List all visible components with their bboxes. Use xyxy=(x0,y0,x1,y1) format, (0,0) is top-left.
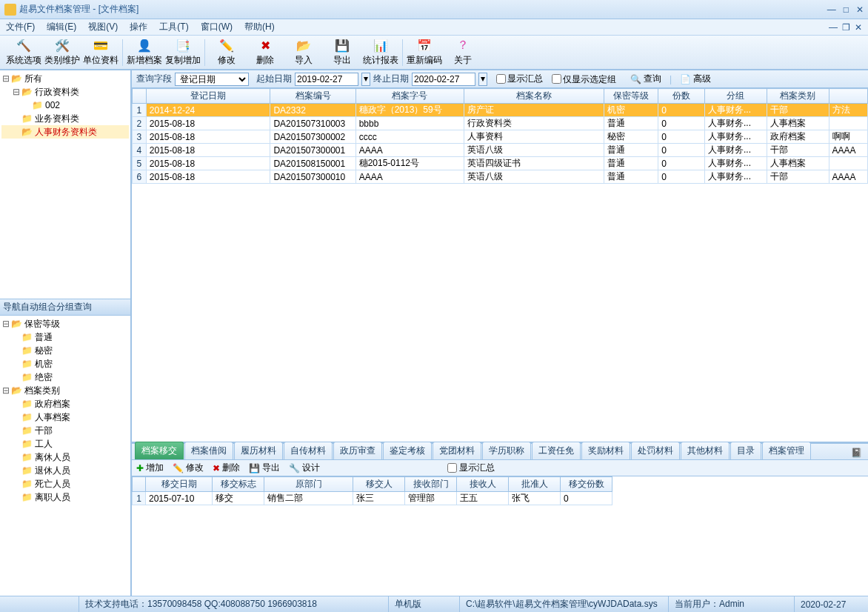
notebook-icon[interactable]: 📓 xyxy=(848,446,865,459)
detail-tab[interactable]: 鉴定考核 xyxy=(383,442,432,459)
mdi-restore[interactable]: ❐ xyxy=(842,22,850,33)
menu-window[interactable]: 窗口(W) xyxy=(201,21,233,33)
filter-tree[interactable]: ⊟📂保密等级 📁普通📁秘密📁机密📁绝密 ⊟📂档案类别 📁政府档案📁人事档案📁干部… xyxy=(0,316,130,596)
tree-item[interactable]: 秘密 xyxy=(35,345,53,357)
tb-import[interactable]: 📂导入 xyxy=(284,37,323,68)
tree-toggle[interactable]: ⊟ xyxy=(12,87,21,97)
main-grid[interactable]: 登记日期档案编号档案字号档案名称保密等级份数分组档案类别 12014-12-24… xyxy=(132,88,868,184)
tree-item[interactable]: 死亡人员 xyxy=(35,478,70,490)
detail-tab[interactable]: 政历审查 xyxy=(333,442,382,459)
table-row[interactable]: 62015-08-18DA201507300010AAAA英语八级普通0人事财务… xyxy=(133,170,868,184)
tree-toggle[interactable]: ⊟ xyxy=(1,319,10,329)
st-export[interactable]: 💾导出 xyxy=(249,462,280,474)
detail-tab[interactable]: 学历职称 xyxy=(482,442,531,459)
col-header[interactable]: 原部门 xyxy=(264,477,353,492)
tb-export[interactable]: 💾导出 xyxy=(323,37,361,68)
detail-tab[interactable]: 自传材料 xyxy=(284,442,333,459)
tree-item[interactable]: 业务资料类 xyxy=(35,113,79,125)
col-header[interactable]: 档案字号 xyxy=(355,89,464,104)
tree-item[interactable]: 002 xyxy=(45,100,60,110)
tb-sysopt[interactable]: 🔨系统选项 xyxy=(4,37,43,68)
menu-file[interactable]: 文件(F) xyxy=(6,21,35,33)
detail-tab[interactable]: 档案借阅 xyxy=(184,442,233,459)
menu-tools[interactable]: 工具(T) xyxy=(159,21,188,33)
col-header[interactable]: 批准人 xyxy=(509,477,561,492)
tree-item[interactable]: 人事档案 xyxy=(35,411,70,424)
tree-item[interactable]: 退休人员 xyxy=(35,465,70,477)
table-row[interactable]: 42015-08-18DA201507300001AAAA英语八级普通0人事财务… xyxy=(133,144,868,157)
detail-tab[interactable]: 履历材料 xyxy=(234,442,283,459)
tb-copyadd[interactable]: 📑复制增加 xyxy=(164,37,202,68)
tree-item[interactable]: 行政资料类 xyxy=(35,86,79,99)
minimize-button[interactable]: — xyxy=(827,4,836,15)
st-modify[interactable]: ✏️修改 xyxy=(173,462,204,474)
detail-tab[interactable]: 档案管理 xyxy=(762,442,811,459)
table-row[interactable]: 32015-08-18DA201507300002cccc人事资料秘密0人事财务… xyxy=(133,130,868,144)
col-header[interactable]: 档案名称 xyxy=(464,89,604,104)
tree-group[interactable]: 保密等级 xyxy=(24,318,60,330)
query-button[interactable]: 🔍查询 xyxy=(625,71,667,87)
col-header[interactable]: 保密等级 xyxy=(604,89,658,104)
detail-tab[interactable]: 奖励材料 xyxy=(581,442,630,459)
st-delete[interactable]: ✖删除 xyxy=(213,462,240,474)
detail-tab[interactable]: 工资任免 xyxy=(532,442,581,459)
table-row[interactable]: 12015-07-10移交销售二部张三管理部王五张飞0 xyxy=(133,492,612,505)
mdi-close[interactable]: ✕ xyxy=(855,22,862,33)
mdi-minimize[interactable]: — xyxy=(829,22,838,33)
advanced-button[interactable]: 📄高级 xyxy=(675,71,716,87)
detail-tab[interactable]: 档案移交 xyxy=(135,442,184,459)
tree-item-selected[interactable]: 人事财务资料类 xyxy=(35,126,97,139)
tb-delete[interactable]: ✖删除 xyxy=(246,37,284,68)
tree-item[interactable]: 政府档案 xyxy=(35,398,70,410)
col-header[interactable]: 接收人 xyxy=(457,477,509,492)
tb-modify[interactable]: ✏️修改 xyxy=(207,37,246,68)
menu-operate[interactable]: 操作 xyxy=(130,21,147,33)
col-header[interactable]: 移交人 xyxy=(353,477,405,492)
main-grid-wrap[interactable]: 登记日期档案编号档案字号档案名称保密等级份数分组档案类别 12014-12-24… xyxy=(132,88,868,442)
tb-catmaint[interactable]: 🛠️类别维护 xyxy=(43,37,81,68)
tree-root[interactable]: 所有 xyxy=(24,73,42,85)
tree-item[interactable]: 离职人员 xyxy=(35,491,70,504)
detail-grid-wrap[interactable]: 移交日期移交标志原部门移交人接收部门接收人批准人移交份数 12015-07-10… xyxy=(132,476,868,596)
start-date-input[interactable] xyxy=(295,73,358,86)
tb-newrec[interactable]: 👤新增档案 xyxy=(125,37,164,68)
tb-report[interactable]: 📊统计报表 xyxy=(361,37,400,68)
menu-edit[interactable]: 编辑(E) xyxy=(47,21,76,33)
col-header[interactable]: 登记日期 xyxy=(146,89,270,104)
dropdown-icon[interactable]: ▾ xyxy=(361,73,370,86)
maximize-button[interactable]: □ xyxy=(844,4,849,15)
col-header[interactable]: 接收部门 xyxy=(405,477,457,492)
col-header[interactable]: 份数 xyxy=(658,89,705,104)
detail-summary-check[interactable]: 显示汇总 xyxy=(447,462,495,474)
st-design[interactable]: 🔧设计 xyxy=(289,462,320,474)
detail-tab[interactable]: 其他材料 xyxy=(681,442,730,459)
st-add[interactable]: ✚增加 xyxy=(136,462,164,474)
col-header[interactable]: 档案类别 xyxy=(767,89,829,104)
menu-help[interactable]: 帮助(H) xyxy=(244,21,275,33)
tree-toggle[interactable]: ⊟ xyxy=(1,385,10,396)
category-tree[interactable]: ⊟📂所有 ⊟📂行政资料类 📁002 📁业务资料类 📂人事财务资料类 xyxy=(0,70,130,299)
dropdown-icon[interactable]: ▾ xyxy=(478,73,487,86)
tree-item[interactable]: 普通 xyxy=(35,331,53,344)
tree-item[interactable]: 干部 xyxy=(35,425,53,437)
detail-tab[interactable]: 目录 xyxy=(730,442,761,459)
table-row[interactable]: 52015-08-18DA201508150001穗2015-0112号英语四级… xyxy=(133,157,868,170)
col-header[interactable]: 分组 xyxy=(704,89,767,104)
tb-unit[interactable]: 💳单位资料 xyxy=(81,37,120,68)
tb-about[interactable]: ？关于 xyxy=(444,37,482,68)
tree-group[interactable]: 档案类别 xyxy=(24,385,60,397)
tree-item[interactable]: 机密 xyxy=(35,358,53,370)
tb-recode[interactable]: 📅重新编码 xyxy=(405,37,444,68)
show-summary-check[interactable]: 显示汇总 xyxy=(496,73,543,85)
col-header[interactable]: 移交标志 xyxy=(213,477,264,492)
only-selgrp-check[interactable]: 仅显示选定组 xyxy=(552,74,616,84)
col-header[interactable]: 移交份数 xyxy=(561,477,612,492)
close-button[interactable]: ✕ xyxy=(856,4,864,15)
menu-view[interactable]: 视图(V) xyxy=(88,21,118,33)
tree-item[interactable]: 离休人员 xyxy=(35,451,70,464)
table-row[interactable]: 12014-12-24DA2332穗政字（2013）59号房产证机密0人事财务.… xyxy=(133,104,868,117)
end-date-input[interactable] xyxy=(412,73,475,86)
field-select[interactable]: 登记日期 xyxy=(175,73,249,86)
col-header[interactable]: 移交日期 xyxy=(146,477,213,492)
detail-tab[interactable]: 处罚材料 xyxy=(631,442,680,459)
